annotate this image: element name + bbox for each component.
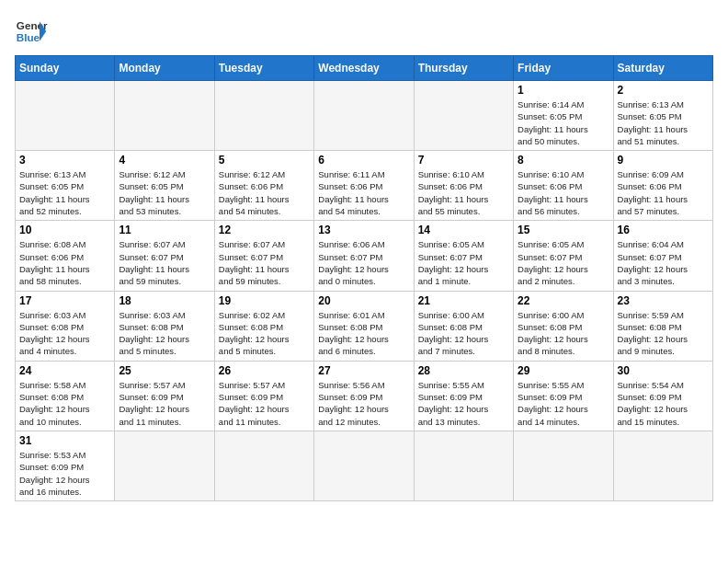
day-number: 13 xyxy=(318,224,409,236)
calendar-cell: 30Sunrise: 5:54 AM Sunset: 6:09 PM Dayli… xyxy=(613,361,712,431)
calendar-cell xyxy=(115,431,214,500)
day-number: 7 xyxy=(418,154,509,167)
day-number: 12 xyxy=(219,224,310,236)
calendar-cell: 23Sunrise: 5:59 AM Sunset: 6:08 PM Dayli… xyxy=(613,291,712,361)
calendar-cell: 20Sunrise: 6:01 AM Sunset: 6:08 PM Dayli… xyxy=(314,291,414,361)
calendar-cell: 1Sunrise: 6:14 AM Sunset: 6:05 PM Daylig… xyxy=(514,81,613,151)
weekday-header-wednesday: Wednesday xyxy=(314,56,414,81)
day-number: 25 xyxy=(119,364,210,377)
calendar-cell xyxy=(115,81,214,151)
day-info: Sunrise: 6:13 AM Sunset: 6:05 PM Dayligh… xyxy=(19,168,110,217)
calendar-cell: 31Sunrise: 5:53 AM Sunset: 6:09 PM Dayli… xyxy=(16,431,115,500)
day-number: 14 xyxy=(418,224,509,236)
svg-text:Blue: Blue xyxy=(17,31,40,43)
day-info: Sunrise: 5:55 AM Sunset: 6:09 PM Dayligh… xyxy=(418,379,509,428)
weekday-header-friday: Friday xyxy=(514,56,613,81)
calendar-cell: 5Sunrise: 6:12 AM Sunset: 6:06 PM Daylig… xyxy=(214,151,313,221)
calendar-cell: 10Sunrise: 6:08 AM Sunset: 6:06 PM Dayli… xyxy=(16,221,115,291)
day-info: Sunrise: 6:12 AM Sunset: 6:05 PM Dayligh… xyxy=(119,168,210,217)
calendar-cell: 13Sunrise: 6:06 AM Sunset: 6:07 PM Dayli… xyxy=(314,221,414,291)
day-number: 10 xyxy=(19,224,110,236)
day-info: Sunrise: 6:03 AM Sunset: 6:08 PM Dayligh… xyxy=(119,309,210,358)
day-info: Sunrise: 6:09 AM Sunset: 6:06 PM Dayligh… xyxy=(618,168,709,217)
calendar-cell: 18Sunrise: 6:03 AM Sunset: 6:08 PM Dayli… xyxy=(115,291,214,361)
calendar-cell xyxy=(314,431,414,500)
day-info: Sunrise: 6:07 AM Sunset: 6:07 PM Dayligh… xyxy=(219,238,310,287)
day-info: Sunrise: 5:58 AM Sunset: 6:08 PM Dayligh… xyxy=(19,379,110,428)
calendar-cell xyxy=(314,81,414,151)
calendar-table: SundayMondayTuesdayWednesdayThursdayFrid… xyxy=(15,55,713,501)
calendar-cell: 25Sunrise: 5:57 AM Sunset: 6:09 PM Dayli… xyxy=(115,361,214,431)
calendar-cell: 8Sunrise: 6:10 AM Sunset: 6:06 PM Daylig… xyxy=(514,151,613,221)
day-info: Sunrise: 6:14 AM Sunset: 6:05 PM Dayligh… xyxy=(518,98,609,147)
calendar-cell xyxy=(414,431,513,500)
day-number: 20 xyxy=(318,294,409,307)
day-number: 23 xyxy=(618,294,709,307)
weekday-header-sunday: Sunday xyxy=(16,56,115,81)
calendar-cell: 14Sunrise: 6:05 AM Sunset: 6:07 PM Dayli… xyxy=(414,221,513,291)
day-number: 29 xyxy=(518,364,609,377)
day-number: 9 xyxy=(618,154,709,167)
day-info: Sunrise: 5:56 AM Sunset: 6:09 PM Dayligh… xyxy=(318,379,409,428)
day-info: Sunrise: 5:54 AM Sunset: 6:09 PM Dayligh… xyxy=(618,379,709,428)
calendar-cell: 12Sunrise: 6:07 AM Sunset: 6:07 PM Dayli… xyxy=(214,221,313,291)
day-info: Sunrise: 6:07 AM Sunset: 6:07 PM Dayligh… xyxy=(119,238,210,287)
calendar-cell: 28Sunrise: 5:55 AM Sunset: 6:09 PM Dayli… xyxy=(414,361,513,431)
calendar-cell xyxy=(514,431,613,500)
page-header: General Blue xyxy=(15,15,713,48)
calendar-week-3: 17Sunrise: 6:03 AM Sunset: 6:08 PM Dayli… xyxy=(16,291,713,361)
day-info: Sunrise: 6:10 AM Sunset: 6:06 PM Dayligh… xyxy=(518,168,609,217)
day-number: 27 xyxy=(318,364,409,377)
day-info: Sunrise: 5:59 AM Sunset: 6:08 PM Dayligh… xyxy=(618,309,709,358)
calendar-cell: 22Sunrise: 6:00 AM Sunset: 6:08 PM Dayli… xyxy=(514,291,613,361)
day-info: Sunrise: 6:04 AM Sunset: 6:07 PM Dayligh… xyxy=(618,238,709,287)
calendar-body: 1Sunrise: 6:14 AM Sunset: 6:05 PM Daylig… xyxy=(16,81,713,501)
day-info: Sunrise: 6:01 AM Sunset: 6:08 PM Dayligh… xyxy=(318,309,409,358)
day-number: 6 xyxy=(318,154,409,167)
day-number: 19 xyxy=(219,294,310,307)
day-number: 26 xyxy=(219,364,310,377)
calendar-week-1: 3Sunrise: 6:13 AM Sunset: 6:05 PM Daylig… xyxy=(16,151,713,221)
day-number: 4 xyxy=(119,154,210,167)
calendar-cell xyxy=(613,431,712,500)
calendar-week-2: 10Sunrise: 6:08 AM Sunset: 6:06 PM Dayli… xyxy=(16,221,713,291)
calendar-cell: 29Sunrise: 5:55 AM Sunset: 6:09 PM Dayli… xyxy=(514,361,613,431)
weekday-header-tuesday: Tuesday xyxy=(214,56,313,81)
day-info: Sunrise: 6:10 AM Sunset: 6:06 PM Dayligh… xyxy=(418,168,509,217)
logo: General Blue xyxy=(15,15,48,48)
calendar-cell: 4Sunrise: 6:12 AM Sunset: 6:05 PM Daylig… xyxy=(115,151,214,221)
weekday-header-thursday: Thursday xyxy=(414,56,513,81)
day-info: Sunrise: 5:57 AM Sunset: 6:09 PM Dayligh… xyxy=(219,379,310,428)
calendar-header: SundayMondayTuesdayWednesdayThursdayFrid… xyxy=(16,56,713,81)
weekday-header-saturday: Saturday xyxy=(613,56,712,81)
day-info: Sunrise: 6:00 AM Sunset: 6:08 PM Dayligh… xyxy=(418,309,509,358)
calendar-cell xyxy=(214,81,313,151)
day-number: 22 xyxy=(518,294,609,307)
calendar-cell: 3Sunrise: 6:13 AM Sunset: 6:05 PM Daylig… xyxy=(16,151,115,221)
day-number: 8 xyxy=(518,154,609,167)
day-info: Sunrise: 5:53 AM Sunset: 6:09 PM Dayligh… xyxy=(19,449,110,498)
day-info: Sunrise: 6:12 AM Sunset: 6:06 PM Dayligh… xyxy=(219,168,310,217)
day-number: 28 xyxy=(418,364,509,377)
calendar-cell: 15Sunrise: 6:05 AM Sunset: 6:07 PM Dayli… xyxy=(514,221,613,291)
calendar-cell: 16Sunrise: 6:04 AM Sunset: 6:07 PM Dayli… xyxy=(613,221,712,291)
day-number: 16 xyxy=(618,224,709,236)
day-info: Sunrise: 6:05 AM Sunset: 6:07 PM Dayligh… xyxy=(518,238,609,287)
calendar-cell: 17Sunrise: 6:03 AM Sunset: 6:08 PM Dayli… xyxy=(16,291,115,361)
calendar-cell: 21Sunrise: 6:00 AM Sunset: 6:08 PM Dayli… xyxy=(414,291,513,361)
calendar-cell: 9Sunrise: 6:09 AM Sunset: 6:06 PM Daylig… xyxy=(613,151,712,221)
calendar-week-5: 31Sunrise: 5:53 AM Sunset: 6:09 PM Dayli… xyxy=(16,431,713,500)
day-number: 24 xyxy=(19,364,110,377)
day-info: Sunrise: 5:57 AM Sunset: 6:09 PM Dayligh… xyxy=(119,379,210,428)
calendar-cell xyxy=(414,81,513,151)
calendar-week-0: 1Sunrise: 6:14 AM Sunset: 6:05 PM Daylig… xyxy=(16,81,713,151)
day-info: Sunrise: 6:08 AM Sunset: 6:06 PM Dayligh… xyxy=(19,238,110,287)
day-info: Sunrise: 6:13 AM Sunset: 6:05 PM Dayligh… xyxy=(618,98,709,147)
calendar-cell: 27Sunrise: 5:56 AM Sunset: 6:09 PM Dayli… xyxy=(314,361,414,431)
calendar-cell: 6Sunrise: 6:11 AM Sunset: 6:06 PM Daylig… xyxy=(314,151,414,221)
logo-icon: General Blue xyxy=(15,15,48,48)
calendar-cell xyxy=(16,81,115,151)
weekday-header-row: SundayMondayTuesdayWednesdayThursdayFrid… xyxy=(16,56,713,81)
day-info: Sunrise: 6:02 AM Sunset: 6:08 PM Dayligh… xyxy=(219,309,310,358)
day-number: 5 xyxy=(219,154,310,167)
